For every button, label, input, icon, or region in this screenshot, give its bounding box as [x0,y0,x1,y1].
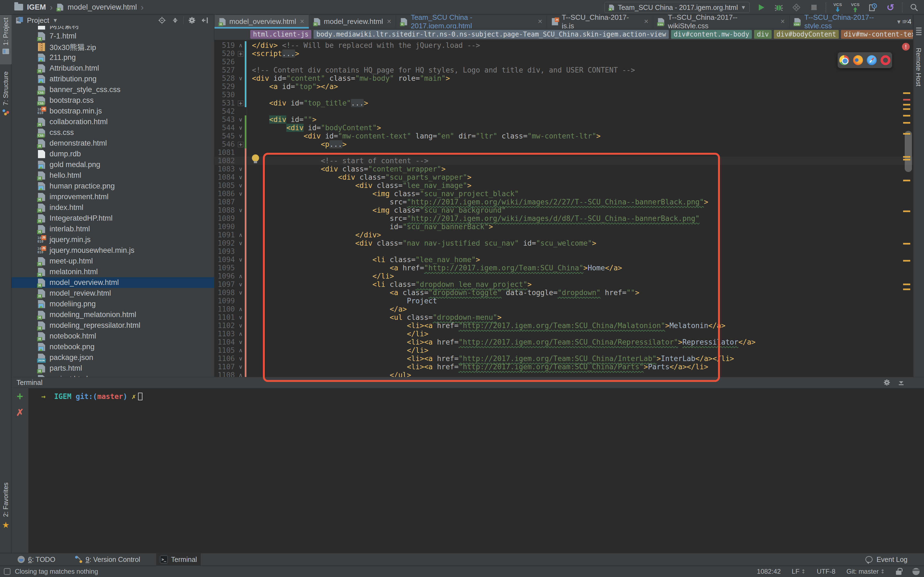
tree-item[interactable]: 211.png [11,52,214,63]
fold-marker[interactable]: ∨ [236,338,245,346]
code-line[interactable]: 1098∨ <a class="dropdown-toggle" data-to… [215,288,913,297]
intention-bulb-icon[interactable] [252,155,259,161]
tree-item[interactable]: Hinterlab.html [11,224,214,234]
project-panel-title[interactable]: Project [27,16,49,25]
code-line[interactable]: 1101∨ <ul class="dropdown-menu"> [215,313,913,321]
code-line[interactable]: 531+ <div id="top_title"...> [215,99,913,107]
warning-stripe-mark[interactable] [903,122,910,124]
warning-stripe-mark[interactable] [903,180,910,181]
tree-item[interactable]: CSSbootstrap.css [11,95,214,106]
code-line[interactable]: 520+<script...> [215,50,913,58]
tool-button-structure[interactable]: 7: Structure [0,69,11,124]
tab-close-icon[interactable]: × [538,17,542,26]
fold-marker[interactable]: ∧ [236,330,245,338]
fold-marker[interactable]: ∨ [236,206,245,214]
fold-marker[interactable] [236,58,245,66]
tool-window-switcher-icon[interactable] [4,568,10,575]
code-line[interactable]: 1094∨ <li class="lee_nav_home"> [215,256,913,264]
code-line[interactable]: 1086∨ <img class="scu_nav_project_black" [215,190,913,198]
warning-stripe-mark[interactable] [903,156,910,158]
tab-close-icon[interactable]: × [300,17,304,26]
tree-item[interactable]: human practice.png [11,181,214,192]
tree-item[interactable]: attribution.png [11,74,214,84]
locate-icon[interactable] [157,15,167,25]
run-play-icon[interactable] [755,2,767,13]
coverage-icon[interactable] [790,2,803,13]
editor-tab[interactable]: CSST--SCU_China-2017--style.css× [790,15,913,28]
hide-panel-icon[interactable] [200,15,210,25]
tree-item[interactable]: HAttribution.html [11,63,214,74]
code-line[interactable]: 1084∨ <div class="scu_parts_wrapper"> [215,173,913,181]
editor-tab[interactable]: CSST--SCU_China-2017--wikiStyle.css× [653,15,790,28]
tree-item[interactable]: dump.rdb [11,149,214,160]
tab-close-icon[interactable]: × [387,17,391,26]
fold-marker[interactable] [236,214,245,222]
fold-marker[interactable]: ∧ [236,305,245,313]
code-line[interactable]: 1100∧ </a> [215,305,913,313]
fold-marker[interactable]: + [236,99,245,107]
fold-marker[interactable] [236,66,245,74]
editor-tab[interactable]: Hmodel_review.html× [309,15,396,28]
code-line[interactable]: 1087 src="http://2017.igem.org/wiki/imag… [215,198,913,206]
fold-marker[interactable]: ∧ [236,371,245,377]
tree-item[interactable]: 网页素材 [11,26,214,31]
code-line[interactable]: 546+ <p...> [215,140,913,148]
code-line[interactable]: 526 [215,58,913,66]
error-indicator-badge[interactable]: ! [902,43,910,50]
warning-stripe-mark[interactable] [903,115,910,116]
caret-position-widget[interactable]: 1082:42 [757,568,781,575]
tool-button-project[interactable]: 1: Project [0,15,11,64]
tree-item[interactable]: 30x30熊猫.zip [11,42,214,52]
tree-item[interactable]: Hproject.html [11,374,214,377]
tree-item[interactable]: HIntegeratedHP.html [11,213,214,224]
tree-item[interactable]: Hcollaboration.html [11,116,214,127]
code-editor[interactable]: 519∧</div> <!-- Will be replaced with th… [215,40,913,377]
encoding-widget[interactable]: UTF-8 [817,568,835,575]
fold-marker[interactable] [236,148,245,156]
terminal-prompt[interactable]: → IGEM git:(master) ✗ [41,392,142,401]
editor-tab[interactable]: JST--SCU_China-2017-js.js× [547,15,653,28]
breadcrumb-chip[interactable]: body.mediawiki.ltr.sitedir-ltr.ns-0.ns-s… [313,30,669,39]
code-line[interactable]: 1095 <a href="http://2017.igem.org/Team:… [215,264,913,272]
stop-icon[interactable] [808,2,820,13]
fold-marker[interactable] [236,156,245,165]
file-name[interactable]: model_overview.html [68,3,137,11]
code-line[interactable]: 543∨ <div id=""> [215,115,913,124]
code-line[interactable]: 1085∨ <div class="lee_nav_image"> [215,181,913,190]
code-line[interactable]: 1105∧ </li> [215,346,913,355]
code-line[interactable]: 1107∨ <li><a href="http://2017.igem.org/… [215,363,913,371]
tree-item[interactable]: modeliing.png [11,299,214,309]
tree-item[interactable]: Hmodeling_repressilator.html [11,320,214,331]
code-line[interactable]: 1082 <!-- start of content --> [215,156,913,165]
fold-marker[interactable] [236,297,245,305]
warning-stripe-mark[interactable] [903,92,910,94]
code-line[interactable]: 1089 src="http://2017.igem.org/wiki/imag… [215,214,913,222]
fold-marker[interactable]: ∧ [236,346,245,355]
code-line[interactable]: 1099 Project [215,297,913,305]
fold-marker[interactable]: ∨ [236,355,245,363]
tab-close-icon[interactable]: × [644,17,648,26]
tool-button-favorites[interactable]: 2: Favorites ★ [0,480,11,548]
tree-item[interactable]: Hmodel_overview.html [11,277,214,288]
fold-marker[interactable]: ∨ [236,181,245,190]
tree-item[interactable]: CSSbanner_style_css.css [11,84,214,95]
code-line[interactable]: 530 [215,91,913,99]
editor-tab[interactable]: Hmodel_overview.html× [215,15,309,28]
code-line[interactable]: 1103∧ </li> [215,330,913,338]
tree-item[interactable]: 10 010JSjquery.mousewheel.min.js [11,245,214,256]
fold-marker[interactable] [236,198,245,206]
collapse-all-icon[interactable] [170,15,180,25]
terminal-header[interactable]: Terminal [11,377,924,388]
tool-button-terminal[interactable]: >_ Terminal [156,553,201,566]
rollback-icon[interactable]: ↺ [884,2,897,13]
breadcrumb-chip[interactable]: div#mw-content-text.mw [841,30,913,39]
tree-item[interactable]: Hhello.html [11,170,214,181]
code-line[interactable]: 1108∧ </ul> [215,371,913,377]
code-line[interactable]: 545∨ <div id="mw-content-text" lang="en"… [215,132,913,140]
run-config-select[interactable]: H Team_SCU China - 2017.igem.org.html ▼ [604,2,750,13]
code-line[interactable]: 1097∨ <li class="dropdown lee_nav_projec… [215,280,913,288]
tree-item[interactable]: Hmeet-up.html [11,256,214,266]
tree-item[interactable]: notebook.png [11,342,214,352]
fold-marker[interactable]: + [236,140,245,148]
fold-marker[interactable]: ∨ [236,256,245,264]
